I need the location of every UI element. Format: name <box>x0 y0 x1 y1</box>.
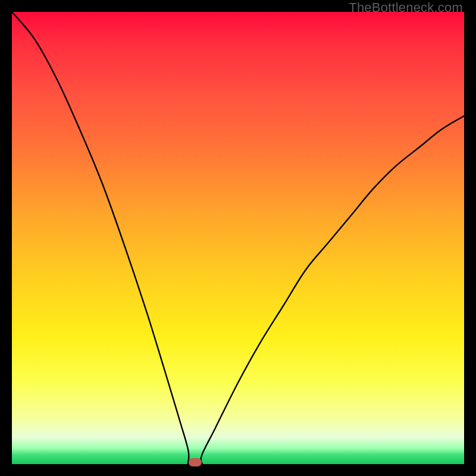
chart-frame: TheBottleneck.com <box>0 0 476 476</box>
bottleneck-curve <box>12 12 464 464</box>
plot-area <box>12 12 464 464</box>
optimum-marker <box>189 458 202 466</box>
